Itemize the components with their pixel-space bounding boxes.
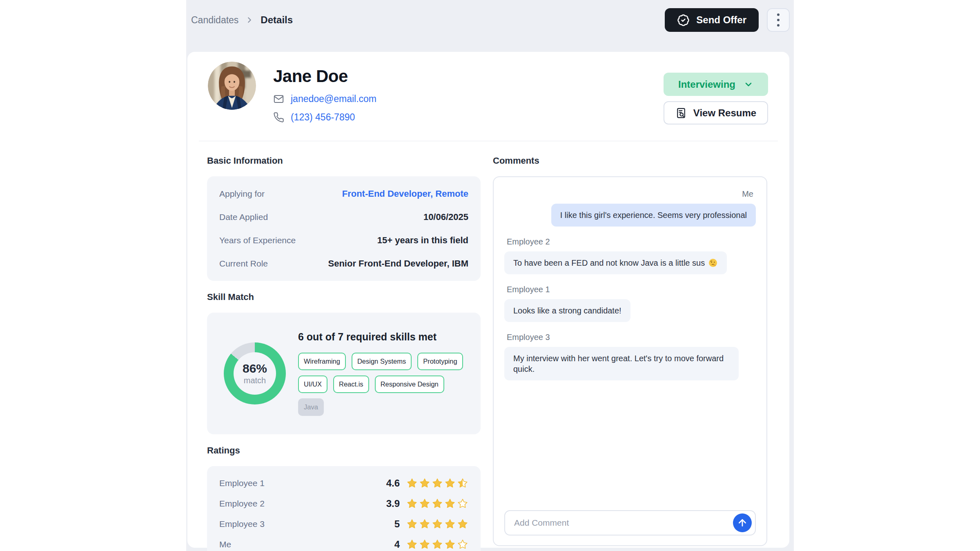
info-value: 10/06/2025 (423, 212, 468, 222)
send-comment-button[interactable] (733, 513, 752, 532)
basic-info-title: Basic Information (207, 155, 481, 167)
star-full-icon (406, 478, 418, 489)
star-empty-icon (457, 539, 468, 550)
add-comment-input[interactable] (513, 518, 733, 528)
comment-bubble: My interview with her went great. Let's … (504, 347, 739, 380)
file-search-icon (675, 107, 687, 119)
star-full-icon (432, 539, 443, 550)
candidate-email[interactable]: janedoe@email.com (291, 93, 376, 104)
comment-bubble: I like this girl's experience. Seems ver… (551, 204, 756, 227)
info-row: Years of Experience15+ years in this fie… (219, 229, 468, 252)
breadcrumb: Candidates Details (191, 14, 293, 26)
ratings-title: Ratings (207, 445, 481, 456)
rating-row: Employee 35 (219, 514, 468, 534)
ratings-panel: Employee 14.6Employee 23.9Employee 35Me4 (207, 466, 481, 551)
info-value-link[interactable]: Front-End Developer, Remote (342, 189, 468, 199)
skill-chip-matched: Prototyping (417, 353, 463, 370)
rating-score: 3.9 (386, 498, 400, 509)
match-caption: match (244, 376, 266, 385)
email-row: janedoe@email.com (273, 93, 664, 104)
comment-input-row (504, 510, 756, 535)
right-column: Comments MeI like this girl's experience… (493, 155, 767, 551)
candidate-avatar (208, 62, 256, 110)
skill-summary: 6 out of 7 required skills met (298, 331, 466, 343)
view-resume-button[interactable]: View Resume (664, 101, 768, 124)
donut-center: 86% match (224, 342, 286, 404)
profile-header: Jane Doe janedoe@email.com (123) 456-789… (187, 52, 789, 124)
info-value: Senior Front-End Developer, IBM (328, 258, 468, 269)
comment-bubble: Looks like a strong candidate! (504, 299, 630, 322)
header-actions: Send Offer (665, 8, 790, 32)
comments-thread: MeI like this girl's experience. Seems v… (504, 189, 756, 391)
rating-score: 4 (394, 539, 400, 550)
rater-name: Employee 1 (219, 478, 265, 488)
star-full-icon (406, 539, 418, 550)
rating-value-group: 3.9 (386, 498, 468, 509)
star-full-icon (406, 498, 418, 509)
candidate-phone[interactable]: (123) 456-7890 (291, 112, 355, 123)
star-full-icon (444, 498, 456, 509)
star-rating (406, 539, 468, 550)
comment: Employee 2To have been a FED and not kno… (504, 237, 756, 274)
star-full-icon (432, 518, 443, 530)
comment-text: Looks like a strong candidate! (513, 305, 621, 316)
kebab-dot (777, 24, 780, 27)
arrow-up-icon (737, 518, 748, 528)
kebab-dot (777, 19, 780, 21)
info-row: Applying forFront-End Developer, Remote (219, 182, 468, 205)
comment-author: Employee 3 (507, 333, 550, 342)
content-columns: Basic Information Applying forFront-End … (187, 141, 789, 551)
skill-chip-matched: Design Systems (352, 353, 412, 370)
comments-panel: MeI like this girl's experience. Seems v… (493, 176, 767, 546)
skill-chip-matched: UI/UX (298, 375, 327, 393)
send-offer-button[interactable]: Send Offer (665, 8, 759, 32)
info-row: Date Applied10/06/2025 (219, 205, 468, 229)
breadcrumb-details: Details (261, 14, 293, 26)
skill-chip-matched: Responsive Design (375, 375, 444, 393)
comment-author: Employee 2 (507, 237, 550, 247)
comments-title: Comments (493, 155, 767, 167)
candidate-details-app: Candidates Details Send Offer (186, 0, 794, 551)
rating-row: Employee 23.9 (219, 493, 468, 514)
comment: Employee 3My interview with her went gre… (504, 333, 756, 380)
status-dropdown[interactable]: Interviewing (664, 73, 768, 96)
breadcrumb-candidates[interactable]: Candidates (191, 15, 238, 26)
comment-bubble: To have been a FED and not know Java is … (504, 251, 727, 274)
info-value: 15+ years in this field (377, 235, 468, 246)
skill-match-panel: 86% match 6 out of 7 required skills met… (207, 313, 481, 434)
rating-value-group: 4 (394, 539, 468, 550)
info-label: Applying for (219, 189, 265, 199)
star-rating (406, 478, 468, 489)
status-label: Interviewing (678, 79, 735, 90)
rater-name: Employee 3 (219, 519, 265, 529)
more-options-button[interactable] (767, 8, 790, 32)
chevron-down-icon (744, 80, 753, 89)
basic-info-panel: Applying forFront-End Developer, RemoteD… (207, 176, 481, 281)
star-full-icon (419, 498, 430, 509)
star-half-icon (457, 478, 468, 489)
star-full-icon (419, 539, 430, 550)
rating-score: 5 (394, 518, 400, 530)
star-rating (406, 518, 468, 530)
skill-match-title: Skill Match (207, 291, 481, 303)
phone-row: (123) 456-7890 (273, 112, 664, 123)
info-label: Current Role (219, 259, 268, 269)
skill-chips: WireframingDesign SystemsPrototypingUI/U… (298, 353, 463, 416)
rating-score: 4.6 (386, 478, 400, 489)
rater-name: Employee 2 (219, 499, 265, 509)
info-label: Date Applied (219, 212, 268, 222)
comment-text: To have been a FED and not know Java is … (513, 258, 705, 268)
star-empty-icon (457, 498, 468, 509)
star-full-icon (444, 518, 456, 530)
star-rating (406, 498, 468, 509)
left-column: Basic Information Applying forFront-End … (207, 155, 481, 551)
star-full-icon (406, 518, 418, 530)
rater-name: Me (219, 540, 231, 549)
info-row: Current RoleSenior Front-End Developer, … (219, 252, 468, 275)
profile-actions: Interviewing View Resume (664, 73, 768, 124)
comment-text: I like this girl's experience. Seems ver… (560, 210, 747, 220)
comment-author: Me (742, 189, 753, 199)
skill-chip-unmatched: Java (298, 398, 324, 416)
comment-author: Employee 1 (507, 285, 550, 294)
mail-icon (273, 93, 284, 104)
